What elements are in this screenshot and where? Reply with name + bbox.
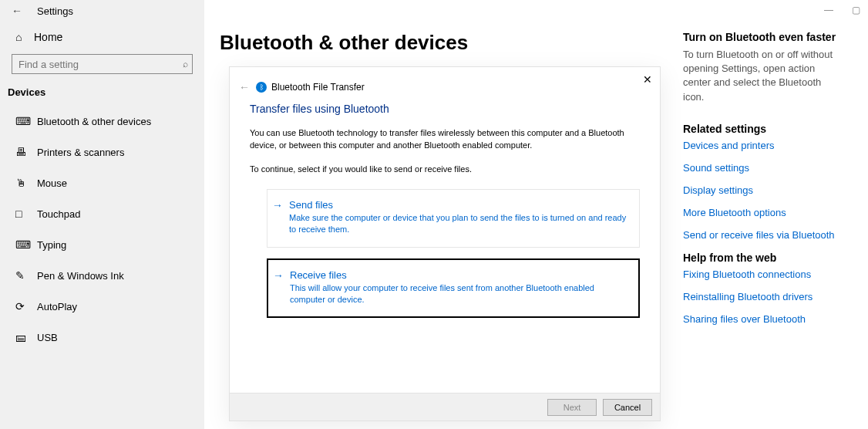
link-display-settings[interactable]: Display settings <box>683 184 845 196</box>
bluetooth-icon: ⌨ <box>15 115 37 127</box>
home-icon: ⌂ <box>15 31 34 43</box>
option-desc: Make sure the computer or device that yo… <box>289 212 628 236</box>
back-icon[interactable]: ← <box>12 5 25 17</box>
sidebar-item-label: Printers & scanners <box>37 147 124 158</box>
help-links: Fixing Bluetooth connections Reinstallin… <box>683 269 845 325</box>
printer-icon: 🖶 <box>15 146 37 158</box>
sidebar: ← Settings ⌂ Home ⌕ Devices ⌨ Bluetooth … <box>0 0 204 429</box>
touchpad-icon: □ <box>15 208 37 220</box>
sidebar-item-label: Touchpad <box>37 208 80 220</box>
sidebar-item-label: Pen & Windows Ink <box>37 270 124 282</box>
usb-icon: 🖴 <box>15 331 37 343</box>
link-fixing-bluetooth[interactable]: Fixing Bluetooth connections <box>683 269 845 280</box>
link-send-receive[interactable]: Send or receive files via Bluetooth <box>683 229 845 241</box>
page-title: Bluetooth & other devices <box>220 31 652 55</box>
link-devices-printers[interactable]: Devices and printers <box>683 140 845 151</box>
wizard-title: Bluetooth File Transfer <box>271 82 365 93</box>
bluetooth-icon: ᛒ <box>256 82 267 93</box>
tip-heading: Turn on Bluetooth even faster <box>683 31 845 43</box>
link-reinstalling-drivers[interactable]: Reinstalling Bluetooth drivers <box>683 291 845 302</box>
sidebar-item-label: USB <box>37 332 58 343</box>
sidebar-item-printers[interactable]: 🖶 Printers & scanners <box>0 137 204 167</box>
option-send-files[interactable]: → Send files Make sure the computer or d… <box>267 189 640 248</box>
sidebar-item-usb[interactable]: 🖴 USB <box>0 322 204 353</box>
help-heading: Help from the web <box>683 252 845 264</box>
wizard-continue: To continue, select if you would like to… <box>250 164 640 174</box>
option-title: Send files <box>289 199 628 211</box>
home-label: Home <box>34 31 62 43</box>
option-receive-files[interactable]: → Receive files This will allow your com… <box>267 258 640 319</box>
sidebar-item-label: AutoPlay <box>37 301 77 312</box>
right-column: Turn on Bluetooth even faster To turn Bl… <box>683 31 845 429</box>
arrow-right-icon: → <box>273 269 284 282</box>
sidebar-item-label: Bluetooth & other devices <box>37 116 151 127</box>
wizard-back-icon[interactable]: ← <box>239 81 250 93</box>
wizard-body: Transfer files using Bluetooth You can u… <box>230 100 660 318</box>
keyboard-icon: ⌨ <box>15 238 37 251</box>
sidebar-header: ← Settings <box>0 0 204 25</box>
option-title: Receive files <box>290 269 627 281</box>
tip-text: To turn Bluetooth on or off without open… <box>683 48 845 104</box>
search-icon: ⌕ <box>183 59 188 69</box>
sidebar-item-bluetooth[interactable]: ⌨ Bluetooth & other devices <box>0 106 204 137</box>
search-input[interactable] <box>12 54 193 74</box>
sidebar-item-home[interactable]: ⌂ Home <box>0 25 204 49</box>
arrow-right-icon: → <box>272 199 283 211</box>
wizard-intro: You can use Bluetooth technology to tran… <box>250 127 640 152</box>
search-box: ⌕ <box>12 54 193 74</box>
wizard-heading: Transfer files using Bluetooth <box>250 103 640 115</box>
sidebar-item-autoplay[interactable]: ⟳ AutoPlay <box>0 291 204 322</box>
autoplay-icon: ⟳ <box>15 300 37 312</box>
sidebar-item-label: Mouse <box>37 177 67 189</box>
related-heading: Related settings <box>683 123 845 135</box>
window-title: Settings <box>37 5 73 17</box>
mouse-icon: 🖱 <box>15 177 37 189</box>
next-button[interactable]: Next <box>547 399 597 416</box>
sidebar-item-mouse[interactable]: 🖱 Mouse <box>0 167 204 198</box>
sidebar-item-touchpad[interactable]: □ Touchpad <box>0 198 204 229</box>
link-sharing-files[interactable]: Sharing files over Bluetooth <box>683 313 845 325</box>
cancel-button[interactable]: Cancel <box>603 399 652 416</box>
bluetooth-wizard: ✕ ← ᛒ Bluetooth File Transfer Transfer f… <box>229 66 661 421</box>
pen-icon: ✎ <box>15 269 37 282</box>
sidebar-item-typing[interactable]: ⌨ Typing <box>0 229 204 260</box>
sidebar-item-label: Typing <box>37 239 66 251</box>
link-sound-settings[interactable]: Sound settings <box>683 162 845 174</box>
close-icon[interactable]: ✕ <box>643 73 652 86</box>
wizard-footer: Next Cancel <box>230 393 660 421</box>
sidebar-item-pen[interactable]: ✎ Pen & Windows Ink <box>0 260 204 291</box>
option-desc: This will allow your computer to receive… <box>290 282 627 306</box>
section-caption-devices: Devices <box>0 83 204 106</box>
link-more-bluetooth[interactable]: More Bluetooth options <box>683 207 845 218</box>
wizard-header: ← ᛒ Bluetooth File Transfer <box>230 67 660 100</box>
nav-list: ⌨ Bluetooth & other devices 🖶 Printers &… <box>0 106 204 353</box>
related-links: Devices and printers Sound settings Disp… <box>683 140 845 241</box>
